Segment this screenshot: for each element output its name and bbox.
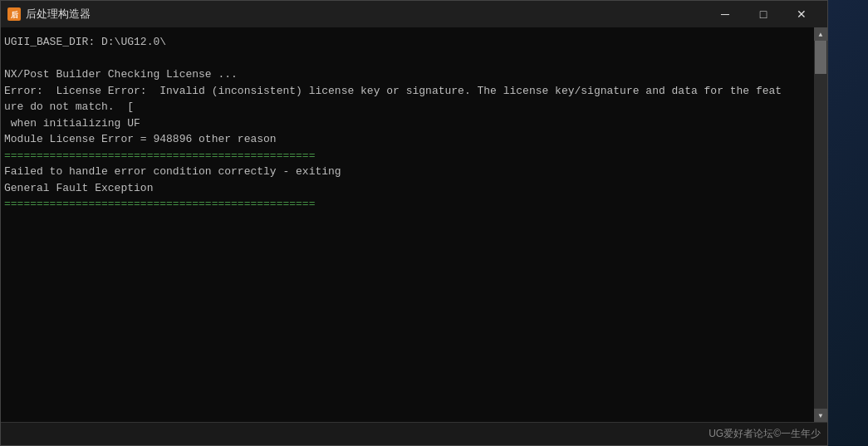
terminal-area: UGII_BASE_DIR: D:\UG12.0\ NX/Post Builde… <box>1 27 827 422</box>
window-title: 后处理构造器 <box>26 7 91 22</box>
minimize-button[interactable]: ─ <box>706 1 744 27</box>
scrollbar-thumb[interactable] <box>815 41 826 74</box>
terminal-output: UGII_BASE_DIR: D:\UG12.0\ NX/Post Builde… <box>1 27 814 422</box>
scrollbar[interactable]: ▲ ▼ <box>814 27 827 422</box>
svg-text:后: 后 <box>10 11 19 19</box>
window-controls: ─ □ ✕ <box>706 1 821 27</box>
maximize-button[interactable]: □ <box>744 1 782 27</box>
status-text: UG爱好者论坛©一生年少 <box>709 427 821 441</box>
status-bar: UG爱好者论坛©一生年少 <box>1 422 827 445</box>
scrollbar-track[interactable] <box>814 41 827 409</box>
close-button[interactable]: ✕ <box>782 1 821 27</box>
application-window: 后 后处理构造器 ─ □ ✕ UGII_BASE_DIR: D:\UG12.0\… <box>0 0 828 446</box>
scrollbar-down-button[interactable]: ▼ <box>814 409 827 422</box>
app-icon: 后 <box>7 7 21 21</box>
title-bar-left: 后 后处理构造器 <box>7 7 91 22</box>
title-bar: 后 后处理构造器 ─ □ ✕ <box>1 1 827 27</box>
scrollbar-up-button[interactable]: ▲ <box>814 27 827 41</box>
